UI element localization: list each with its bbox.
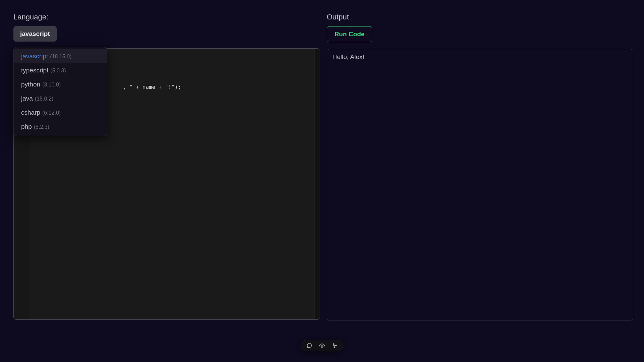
language-option-version: (15.0.2) [35,96,53,102]
language-dropdown[interactable]: javascript(18.15.0)typescript(5.0.3)pyth… [13,47,107,136]
language-option-typescript[interactable]: typescript(5.0.3) [14,63,107,77]
language-option-name: php [21,123,32,130]
eye-icon[interactable] [319,342,325,349]
language-selector-row: javascript javascript(18.15.0)typescript… [13,26,320,42]
output-text: Hello, Alex! [332,53,628,61]
svg-point-6 [334,347,335,348]
workspace: Language: javascript javascript(18.15.0)… [0,0,644,362]
svg-point-0 [321,345,323,347]
language-option-name: javascript [21,53,48,60]
language-option-csharp[interactable]: csharp(6.12.0) [14,106,107,120]
svg-point-4 [333,344,334,345]
sliders-icon[interactable] [331,342,338,349]
language-option-version: (5.0.3) [50,68,66,74]
left-column: Language: javascript javascript(18.15.0)… [13,13,320,362]
floating-toolbar [301,340,343,351]
editor-scrollbar[interactable] [314,49,320,319]
language-option-name: python [21,81,40,88]
language-option-name: java [21,95,33,102]
language-select-button[interactable]: javascript [13,26,57,42]
output-panel: Hello, Alex! [327,49,633,320]
language-option-version: (8.2.3) [34,124,49,130]
run-code-button[interactable]: Run Code [327,26,372,42]
comment-icon[interactable] [306,342,313,349]
language-option-version: (6.12.0) [42,110,61,116]
language-option-name: csharp [21,109,40,116]
language-option-python[interactable]: python(3.10.0) [14,77,107,92]
language-option-name: typescript [21,67,48,74]
language-option-php[interactable]: php(8.2.3) [14,120,107,134]
right-column: Output Run Code Hello, Alex! [327,13,633,362]
language-option-version: (18.15.0) [50,54,71,60]
language-label: Language: [13,13,320,21]
output-label: Output [327,13,633,21]
language-option-version: (3.10.0) [42,82,61,88]
svg-point-5 [335,345,336,346]
language-option-javascript[interactable]: javascript(18.15.0) [14,49,107,63]
language-option-java[interactable]: java(15.0.2) [14,92,107,106]
